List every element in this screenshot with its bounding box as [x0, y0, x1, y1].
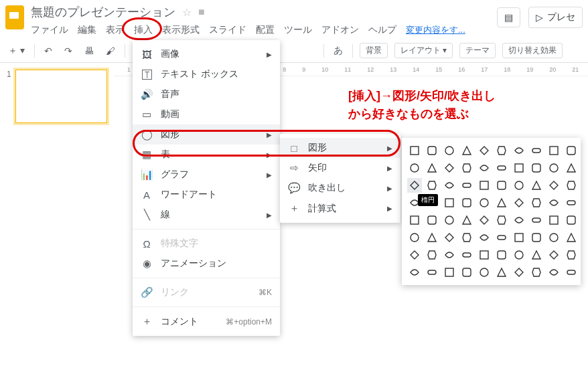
shape-option-69[interactable]	[564, 248, 579, 262]
shape-option-16[interactable]	[512, 161, 526, 175]
menu-表示形式[interactable]: 表示形式	[162, 24, 200, 36]
shape-option-63[interactable]	[459, 248, 474, 262]
menu-表示[interactable]: 表示	[106, 24, 125, 36]
shape-option-39[interactable]	[564, 195, 579, 210]
menu-ツール[interactable]: ツール	[284, 24, 312, 36]
shape-option-21[interactable]	[425, 178, 439, 193]
shape-option-2[interactable]	[442, 143, 457, 158]
menu-編集[interactable]: 編集	[78, 24, 96, 36]
shape-option-32[interactable]	[442, 195, 457, 210]
shape-option-51[interactable]	[425, 230, 439, 245]
insert-audio[interactable]: 🔊音声	[133, 84, 280, 104]
shape-option-25[interactable]	[494, 178, 509, 193]
shape-sub-図形[interactable]: □図形▶	[280, 138, 400, 158]
shape-option-66[interactable]	[512, 248, 526, 262]
shape-option-6[interactable]	[512, 143, 526, 158]
shape-option-34[interactable]	[477, 195, 492, 210]
paint-format-button[interactable]: 🖌	[103, 44, 118, 58]
shape-option-10[interactable]	[407, 161, 422, 175]
shape-option-19[interactable]	[564, 161, 579, 175]
shape-option-60[interactable]	[407, 248, 422, 262]
menu-配置[interactable]: 配置	[256, 24, 275, 36]
shape-option-74[interactable]	[477, 265, 492, 280]
transition-button[interactable]: 切り替え効果	[502, 43, 563, 58]
menu-スライド[interactable]: スライド	[209, 24, 246, 36]
shape-option-28[interactable]	[546, 178, 561, 193]
shape-option-33[interactable]	[459, 195, 474, 210]
shape-option-13[interactable]	[459, 161, 474, 175]
print-button[interactable]: 🖶	[82, 44, 96, 58]
shape-option-41[interactable]	[425, 213, 439, 227]
shape-option-65[interactable]	[494, 248, 509, 262]
comments-button[interactable]: ▤	[497, 7, 520, 27]
shape-option-43[interactable]	[459, 213, 474, 227]
star-icon[interactable]: ☆	[182, 6, 192, 19]
shape-option-12[interactable]	[442, 161, 457, 175]
present-button[interactable]: ▷ プレセ	[528, 7, 583, 28]
shape-option-67[interactable]	[529, 248, 544, 262]
shape-option-40[interactable]	[407, 213, 422, 227]
new-slide-button[interactable]: ＋ ▾	[5, 43, 27, 58]
shape-option-22[interactable]	[442, 178, 457, 193]
shape-sub-矢印[interactable]: ⇨矢印▶	[280, 158, 400, 178]
shape-option-9[interactable]	[564, 143, 579, 158]
menu-ファイル[interactable]: ファイル	[31, 24, 68, 36]
shape-option-48[interactable]	[546, 213, 561, 227]
shape-option-26[interactable]	[512, 178, 526, 193]
insert-textbox[interactable]: 🅃テキスト ボックス	[133, 64, 280, 84]
insert-shape[interactable]: ◯図形▶	[133, 124, 280, 145]
shape-option-62[interactable]	[442, 248, 457, 262]
menu-挿入[interactable]: 挿入	[134, 24, 153, 36]
shape-option-4[interactable]	[477, 143, 492, 158]
background-button[interactable]: 背景	[360, 43, 388, 58]
shape-option-46[interactable]	[512, 213, 526, 227]
shape-option-8[interactable]	[546, 143, 561, 158]
shape-option-73[interactable]	[459, 265, 474, 280]
shape-option-71[interactable]	[425, 265, 439, 280]
shape-option-79[interactable]	[564, 265, 579, 280]
shape-option-42[interactable]	[442, 213, 457, 227]
shape-option-56[interactable]	[512, 230, 526, 245]
shape-option-50[interactable]	[407, 230, 422, 245]
shape-option-38[interactable]	[546, 195, 561, 210]
insert-anim[interactable]: ◉アニメーション	[133, 254, 280, 274]
shape-option-52[interactable]	[442, 230, 457, 245]
insert-comment[interactable]: ＋コメント⌘+option+M	[133, 311, 280, 332]
shape-option-5[interactable]	[494, 143, 509, 158]
shape-option-55[interactable]	[494, 230, 509, 245]
redo-button[interactable]: ↷	[62, 44, 75, 58]
shape-option-23[interactable]	[459, 178, 474, 193]
slide-thumbnail[interactable]	[15, 70, 107, 123]
shape-option-36[interactable]	[512, 195, 526, 210]
shape-option-24[interactable]	[477, 178, 492, 193]
insert-image[interactable]: 🖼画像▶	[133, 44, 280, 64]
shape-option-3[interactable]	[459, 143, 474, 158]
folder-icon[interactable]: ■	[198, 6, 205, 18]
save-status[interactable]: 変更内容をす...	[406, 24, 465, 36]
shape-option-29[interactable]	[564, 178, 579, 193]
shape-option-53[interactable]	[459, 230, 474, 245]
shape-option-49[interactable]	[564, 213, 579, 227]
shape-option-0[interactable]	[407, 143, 422, 158]
shape-option-18[interactable]	[546, 161, 561, 175]
shape-option-76[interactable]	[512, 265, 526, 280]
shape-option-59[interactable]	[564, 230, 579, 245]
insert-table[interactable]: ▦表▶	[133, 145, 280, 165]
shape-option-58[interactable]	[546, 230, 561, 245]
shape-option-68[interactable]	[546, 248, 561, 262]
insert-video[interactable]: ▭動画	[133, 104, 280, 124]
shape-option-27[interactable]	[529, 178, 544, 193]
shape-option-20[interactable]	[407, 178, 422, 193]
shape-option-37[interactable]	[529, 195, 544, 210]
shape-option-11[interactable]	[425, 161, 439, 175]
shape-option-75[interactable]	[494, 265, 509, 280]
shape-option-15[interactable]	[494, 161, 509, 175]
shape-option-35[interactable]	[494, 195, 509, 210]
shape-option-70[interactable]	[407, 265, 422, 280]
shape-option-77[interactable]	[529, 265, 544, 280]
shape-option-57[interactable]	[529, 230, 544, 245]
shape-option-64[interactable]	[477, 248, 492, 262]
shape-option-1[interactable]	[425, 143, 439, 158]
shape-option-7[interactable]	[529, 143, 544, 158]
insert-wordart[interactable]: Aワードアート	[133, 185, 280, 205]
